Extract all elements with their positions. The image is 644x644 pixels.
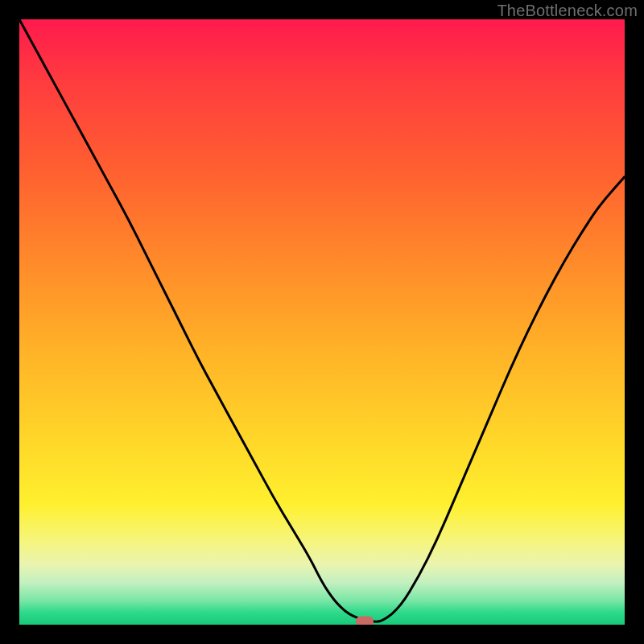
watermark-text: TheBottleneck.com <box>497 2 638 20</box>
bottleneck-curve <box>19 19 625 625</box>
optimal-point-marker <box>356 617 374 625</box>
chart-frame: TheBottleneck.com <box>0 0 644 644</box>
plot-area <box>19 19 625 625</box>
